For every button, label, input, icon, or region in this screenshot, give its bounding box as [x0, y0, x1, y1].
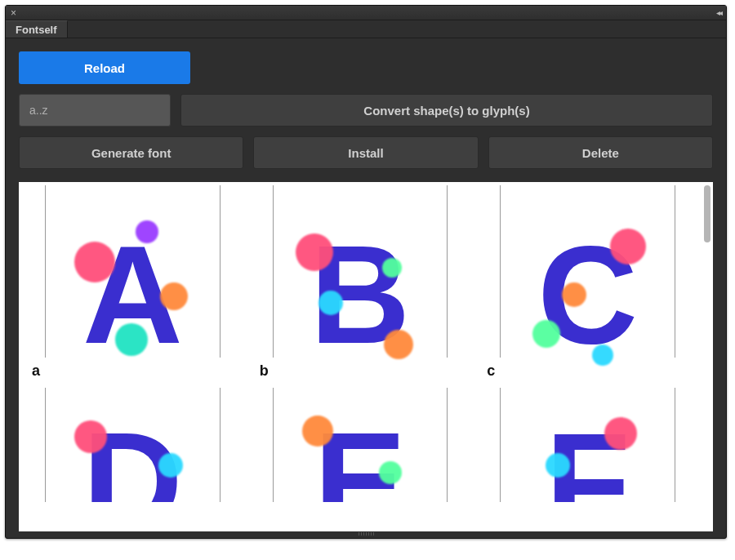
glyph-shape: F — [546, 412, 630, 502]
convert-button[interactable]: Convert shape(s) to glyph(s) — [180, 94, 713, 127]
glyph-box: E — [255, 388, 466, 502]
glyph-preview-area: A a B — [19, 182, 713, 531]
glyph-box: F — [482, 388, 693, 502]
convert-row: a..z Convert shape(s) to glyph(s) — [19, 94, 713, 127]
toolbar: Reload a..z Convert shape(s) to glyph(s)… — [6, 38, 726, 182]
glyph-shape: C — [537, 225, 638, 364]
glyph-box: C — [482, 185, 693, 358]
glyph-cell[interactable]: D — [27, 388, 238, 531]
collapse-icon[interactable]: ◂◂ — [716, 8, 721, 17]
glyph-shape: E — [314, 412, 406, 502]
tab-fontself[interactable]: Fontself — [6, 20, 68, 38]
generate-font-button[interactable]: Generate font — [19, 136, 243, 169]
glyph-cell[interactable]: F — [482, 388, 693, 531]
glyph-cell[interactable]: A a — [27, 185, 238, 388]
glyph-shape: A — [82, 225, 183, 364]
install-button[interactable]: Install — [253, 136, 478, 169]
action-row: Generate font Install Delete — [19, 136, 713, 169]
delete-button[interactable]: Delete — [488, 136, 713, 169]
glyph-shape: B — [310, 225, 411, 364]
glyph-cell[interactable]: E — [255, 388, 466, 531]
glyph-cell[interactable]: B b — [255, 185, 466, 388]
reload-button[interactable]: Reload — [19, 51, 190, 84]
close-icon[interactable]: × — [11, 7, 16, 19]
glyph-cell[interactable]: C c — [482, 185, 693, 388]
resize-grip-icon[interactable] — [345, 531, 386, 536]
glyph-box: D — [27, 388, 238, 502]
panel-tabs: Fontself — [6, 20, 726, 38]
fontself-panel: × ◂◂ Fontself Reload a..z Convert shape(… — [5, 5, 727, 539]
scrollbar-thumb[interactable] — [704, 185, 710, 242]
glyph-box: B — [255, 185, 466, 358]
glyph-shape: D — [82, 412, 183, 502]
range-input[interactable]: a..z — [19, 94, 171, 127]
glyph-box: A — [27, 185, 238, 358]
glyph-grid: A a B — [19, 182, 702, 531]
panel-titlebar: × ◂◂ — [6, 6, 726, 20]
